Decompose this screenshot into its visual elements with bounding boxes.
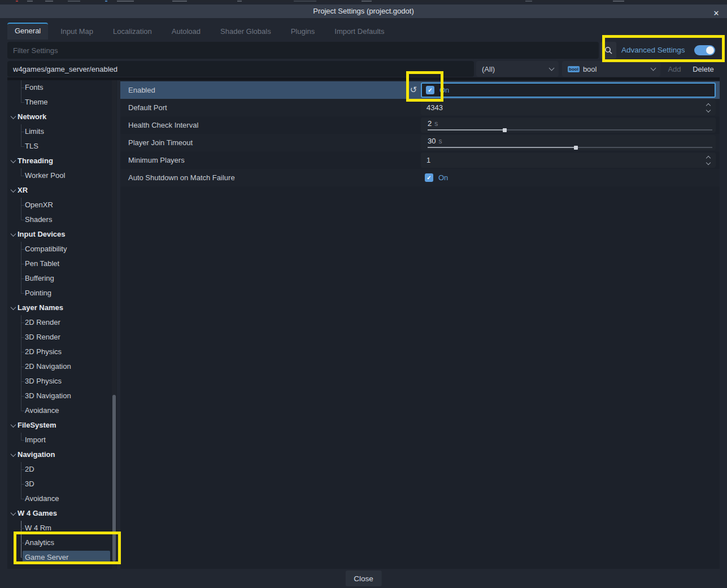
sidebar-item-3d-render[interactable]: 3D Render — [7, 330, 117, 345]
setting-row-health-check-interval[interactable]: Health Check Interval2s — [120, 116, 720, 134]
sidebar-item-threading[interactable]: Threading — [7, 154, 117, 168]
checkmark-icon: ✓ — [428, 88, 432, 93]
sidebar-item-label: Limits — [25, 127, 44, 136]
sidebar-item-label: Fonts — [25, 83, 43, 92]
setting-row-auto-shutdown-on-match-failure[interactable]: Auto Shutdown on Match Failure✓On — [120, 169, 720, 186]
tree-connector-line — [21, 389, 25, 403]
setting-row-default-port[interactable]: Default Port4343 — [120, 99, 720, 116]
sidebar-item-label: Avoidance — [25, 406, 59, 415]
tab-plugins[interactable]: Plugins — [284, 24, 323, 40]
sidebar-item-2d-render[interactable]: 2D Render — [7, 315, 117, 330]
sidebar-item-theme[interactable]: Theme — [7, 95, 117, 110]
setting-value[interactable]: 1 — [421, 153, 716, 168]
setting-value[interactable]: 30s — [421, 135, 716, 150]
spinbox-updown-icon[interactable] — [707, 104, 710, 112]
tree-expand-chevron-icon — [11, 510, 16, 516]
sidebar-item-label: 2D Render — [25, 318, 60, 326]
advanced-settings-toggle[interactable] — [694, 45, 715, 55]
setting-value[interactable]: ✓On — [421, 82, 716, 98]
sidebar-item-analytics[interactable]: Analytics — [7, 535, 117, 550]
background-fragment — [117, 1, 134, 2]
close-button[interactable]: Close — [345, 570, 382, 586]
spinbox-updown-icon[interactable] — [707, 156, 710, 164]
sidebar-item-3d-physics[interactable]: 3D Physics — [7, 374, 117, 389]
slider-track[interactable] — [428, 129, 712, 130]
sidebar-item-label: Analytics — [25, 538, 54, 547]
sidebar-item-openxr[interactable]: OpenXR — [7, 198, 117, 212]
sidebar-item-layer-names[interactable]: Layer Names — [7, 300, 117, 315]
slider-grabber[interactable] — [574, 146, 578, 150]
tree-connector-line — [21, 477, 25, 491]
filter-settings-input[interactable] — [7, 42, 599, 59]
sidebar-item-w-4-rm[interactable]: W 4 Rm — [7, 521, 117, 535]
tab-input-map[interactable]: Input Map — [53, 24, 101, 40]
setting-value[interactable]: ✓On — [421, 170, 716, 185]
setting-row-enabled[interactable]: Enabled↺✓On — [120, 81, 720, 99]
sidebar-item-game-server[interactable]: Game Server — [7, 550, 117, 565]
sidebar-item-tls[interactable]: TLS — [7, 139, 117, 154]
sidebar-item-limits[interactable]: Limits — [7, 124, 117, 139]
slider[interactable]: 2s — [421, 117, 716, 133]
sidebar-item-buffering[interactable]: Buffering — [7, 271, 117, 286]
sidebar-item-pointing[interactable]: Pointing — [7, 286, 117, 300]
sidebar-item-import[interactable]: Import — [7, 433, 117, 447]
sidebar-item-navigation[interactable]: Navigation — [7, 447, 117, 462]
sidebar-item-2d-physics[interactable]: 2D Physics — [7, 345, 117, 359]
sidebar-item-network[interactable]: Network — [7, 110, 117, 124]
sidebar-item-worker-pool[interactable]: Worker Pool — [7, 168, 117, 183]
sidebar-item-w-4-games[interactable]: W 4 Games — [7, 506, 117, 521]
tab-shader-globals[interactable]: Shader Globals — [213, 24, 278, 40]
search-icon — [604, 46, 612, 54]
slider[interactable]: 30s — [421, 135, 716, 150]
checkbox[interactable]: ✓ — [426, 86, 434, 94]
sidebar-scrollbar-thumb[interactable] — [112, 395, 116, 561]
property-path-input[interactable] — [7, 61, 474, 77]
checkbox[interactable]: ✓ — [425, 173, 433, 182]
sidebar-item-3d[interactable]: 3D — [7, 477, 117, 491]
tree-expand-chevron-icon — [11, 422, 16, 428]
setting-value[interactable]: 2s — [421, 117, 716, 133]
sidebar-item-pen-tablet[interactable]: Pen Tablet — [7, 256, 117, 271]
setting-label: Default Port — [128, 99, 167, 116]
sidebar-item-2d-navigation[interactable]: 2D Navigation — [7, 359, 117, 374]
sidebar-item-3d-navigation[interactable]: 3D Navigation — [7, 389, 117, 403]
background-fragment — [16, 1, 18, 2]
setting-row-minimum-players[interactable]: Minimum Players1 — [120, 151, 720, 169]
delete-button[interactable]: Delete — [687, 61, 720, 77]
setting-label: Enabled — [128, 81, 155, 99]
project-settings-dialog: Project Settings (project.godot) ✕ Gener… — [0, 2, 727, 588]
sidebar-item-input-devices[interactable]: Input Devices — [7, 227, 117, 242]
sidebar-item-label: 2D — [25, 465, 34, 473]
type-select[interactable]: bool bool — [562, 61, 660, 77]
revert-to-default-icon[interactable]: ↺ — [407, 81, 420, 99]
setting-value[interactable]: 4343 — [421, 100, 716, 115]
sidebar-item-label: 3D Navigation — [25, 391, 71, 400]
tree-expand-chevron-icon — [11, 114, 16, 119]
tree-connector-line — [21, 256, 25, 271]
setting-row-player-join-timeout[interactable]: Player Join Timeout30s — [120, 134, 720, 151]
tree-connector-line — [21, 315, 25, 330]
tab-autoload[interactable]: Autoload — [164, 24, 208, 40]
tab-import-defaults[interactable]: Import Defaults — [327, 24, 391, 40]
sidebar-item-avoidance[interactable]: Avoidance — [7, 491, 117, 506]
sidebar-scrollbar[interactable] — [112, 80, 116, 569]
tab-general[interactable]: General — [7, 23, 48, 40]
tab-localization[interactable]: Localization — [106, 24, 159, 40]
add-button[interactable]: Add — [662, 61, 687, 77]
sidebar-item-fonts[interactable]: Fonts — [7, 80, 117, 95]
type-value: bool — [583, 65, 597, 73]
slider-grabber[interactable] — [503, 128, 507, 132]
sidebar-item-compatibility[interactable]: Compatibility — [7, 242, 117, 256]
sidebar-item-2d[interactable]: 2D — [7, 462, 117, 477]
slider-track[interactable] — [428, 147, 712, 148]
window-close-button[interactable]: ✕ — [710, 7, 722, 20]
sidebar-item-filesystem[interactable]: FileSystem — [7, 418, 117, 433]
tree-connector-line — [21, 535, 25, 550]
spinbox-value: 1 — [426, 156, 707, 164]
search-button[interactable] — [600, 42, 616, 59]
sidebar-item-label: Navigation — [18, 450, 55, 459]
feature-filter-select[interactable]: (All) — [476, 61, 559, 77]
sidebar-item-avoidance[interactable]: Avoidance — [7, 403, 117, 418]
sidebar-item-shaders[interactable]: Shaders — [7, 212, 117, 227]
sidebar-item-xr[interactable]: XR — [7, 183, 117, 198]
